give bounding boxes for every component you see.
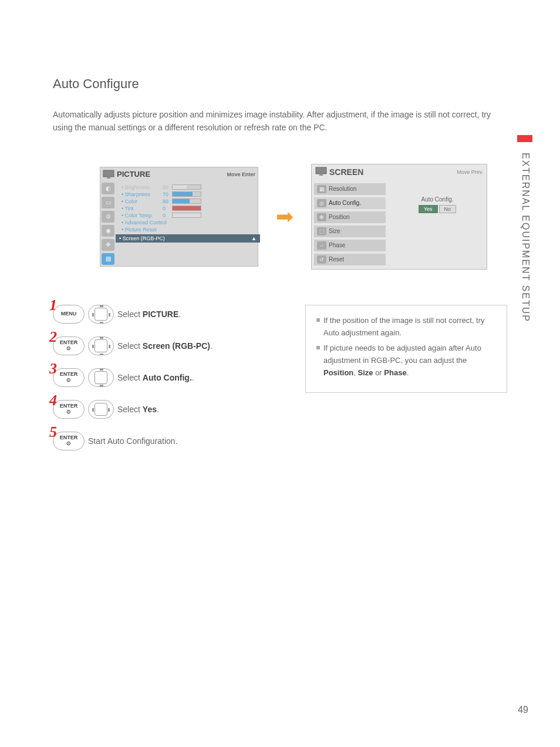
note-text: If the position of the image is still no… [323,315,496,339]
arrow-right-icon: ➡ [276,204,294,229]
picture-menu-title: PICTURE [117,170,227,179]
menu-item: • Advanced Control [122,219,254,226]
side-icon: ✥ [102,239,114,251]
screen-menu-hint: Move Prev. [457,169,483,175]
screen-menu-item: ✥Position [314,211,386,223]
remote-button: ENTER⊙ [53,432,85,450]
confirm-label: Auto Config. [421,196,453,203]
remote-button: MENU [53,305,85,324]
side-icon: ▭ [102,197,114,208]
step-row: 2 ENTER⊙ Select Screen (RGB-PC). [53,337,288,355]
menu-item: • Picture Reset [122,226,254,233]
remote-button: ENTER⊙ [53,400,85,419]
remote-button: ENTER⊙ [53,337,85,355]
selected-menu-item: • Screen (RGB-PC) ▲ [116,234,260,243]
menu-item: • Sharpness 70 [122,191,254,198]
step-text: Start Auto Configuration. [88,436,178,446]
screen-menu-item: ↔Phase [314,240,386,251]
note-text: If picture needs to be adjusted again af… [323,342,496,379]
screen-menu-item: ↺Reset [314,254,386,265]
step-number: 4 [49,392,57,409]
yes-button[interactable]: Yes [419,205,438,213]
step-text: Select Auto Config.. [117,373,194,382]
screen-menu-title: SCREEN [329,167,457,177]
monitor-icon [103,170,114,179]
side-tab [517,135,532,142]
remote-button: ENTER⊙ [53,368,85,387]
notes-box: If the position of the image is still no… [305,305,507,393]
side-icon: ⚙ [102,211,114,223]
svg-rect-2 [316,167,326,174]
screen-menu-item: ◎Auto Config. [314,197,386,209]
step-number: 3 [49,360,57,378]
nav-icon [88,400,114,419]
menu-item: • Color 60 [122,198,254,205]
nav-icon [88,368,114,387]
no-button[interactable]: No [439,205,457,213]
screen-menu-item: ▦Resolution [314,183,386,195]
nav-icon [88,337,114,355]
bullet-icon [316,318,320,322]
svg-rect-3 [319,174,323,176]
section-label: EXTERNAL EQUIPMENT SETUP [520,153,531,322]
monitor-icon [315,167,327,177]
side-icon: ◐ [102,183,114,194]
side-icon: ▤ [102,253,114,265]
step-row: 5 ENTER⊙ Start Auto Configuration. [53,432,288,450]
menu-item: • Tint 0 [122,205,254,212]
side-icon: ◉ [102,225,114,237]
step-number: 5 [49,423,57,441]
step-row: 1 MENU Select PICTURE. [53,305,288,324]
step-text: Select PICTURE. [117,309,181,319]
svg-rect-0 [103,170,114,177]
nav-icon [88,305,114,324]
step-row: 3 ENTER⊙ Select Auto Config.. [53,368,288,387]
menu-item: • Brightness 50 [122,184,254,191]
steps-list: 1 MENU Select PICTURE. 2 ENTER⊙ Select S… [53,305,288,463]
page-title: Auto Configure [53,76,507,92]
step-number: 2 [49,328,57,346]
screen-menu: SCREEN Move Prev. ▦Resolution ◎Auto Conf… [311,164,487,270]
svg-rect-1 [107,177,110,179]
step-text: Select Screen (RGB-PC). [117,341,212,351]
bullet-icon [316,346,320,349]
page-number: 49 [518,705,528,715]
step-number: 1 [49,297,57,314]
step-row: 4 ENTER⊙ Select Yes. [53,400,288,419]
screen-menu-item: ⬚Size [314,226,386,237]
picture-menu-hint: Move Enter [227,171,255,177]
menu-item: • Color Temp. 0 [122,212,254,219]
step-text: Select Yes. [117,405,159,414]
intro-text: Automatically adjusts picture position a… [53,108,507,134]
picture-menu: PICTURE Move Enter ◐ ▭ ⚙ ◉ ✥ ▤ • Brightn… [100,167,258,267]
